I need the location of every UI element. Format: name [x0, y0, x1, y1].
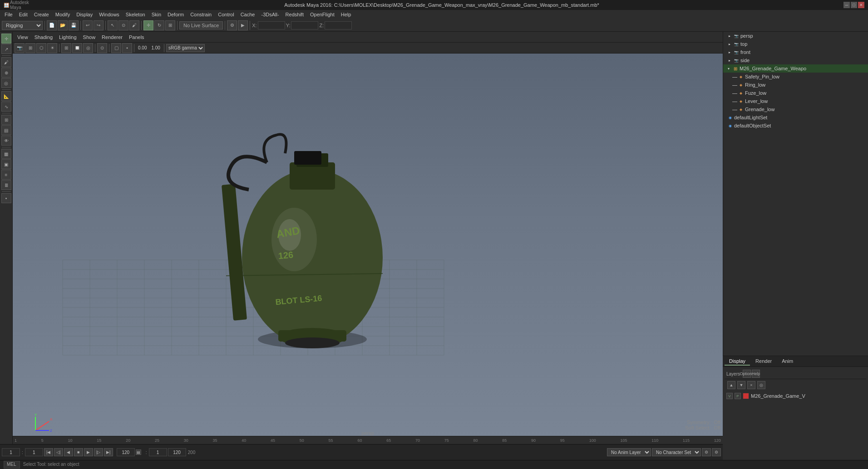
play-back-button[interactable]: ◀: [64, 448, 73, 456]
vp-menu-lighting[interactable]: Lighting: [56, 34, 79, 41]
tree-expand-persp[interactable]: ▸: [727, 33, 732, 39]
select-tool-button[interactable]: ↖: [108, 20, 118, 30]
layer-up-button[interactable]: ▲: [727, 381, 735, 389]
vp-menu-renderer[interactable]: Renderer: [99, 34, 125, 41]
tab-render[interactable]: Render: [751, 357, 776, 366]
char-set-dropdown[interactable]: No Character Set: [652, 448, 701, 456]
z-input[interactable]: [325, 21, 352, 29]
playback-start-input[interactable]: [149, 448, 167, 456]
close-button[interactable]: ✕: [858, 2, 864, 8]
layer-visibility-check[interactable]: V: [726, 393, 733, 399]
vp-menu-panels[interactable]: Panels: [126, 34, 147, 41]
menu-create[interactable]: Create: [31, 11, 52, 18]
new-scene-button[interactable]: 📄: [47, 20, 57, 30]
layer-options-button[interactable]: ◎: [757, 381, 765, 389]
menu-cache[interactable]: Cache: [238, 11, 258, 18]
vp-light-btn[interactable]: ☀: [47, 43, 57, 53]
menu-openflight[interactable]: OpenFlight: [307, 11, 337, 18]
vp-camera-btn[interactable]: 📷: [15, 43, 25, 53]
layer-button[interactable]: ▤: [1, 125, 11, 135]
skip-to-end-button[interactable]: ▶|: [104, 448, 113, 456]
current-frame-input[interactable]: [2, 448, 20, 456]
vp-menu-view[interactable]: View: [15, 34, 31, 41]
vp-res1-btn[interactable]: ▢: [111, 43, 121, 53]
layer-playback-check[interactable]: P: [735, 393, 741, 399]
vp-grid-btn[interactable]: ⊞: [61, 43, 71, 53]
prop2-button[interactable]: ▣: [1, 159, 11, 169]
menu-constrain[interactable]: Constrain: [187, 11, 214, 18]
layers-help-button[interactable]: Help: [752, 370, 760, 378]
rotate-tool-button[interactable]: ↻: [154, 20, 164, 30]
tree-item-fuze[interactable]: — ◈ Fuze_low: [723, 89, 868, 97]
menu-modify[interactable]: Modify: [53, 11, 73, 18]
render-button[interactable]: ▶: [238, 20, 248, 30]
layer-delete-button[interactable]: ×: [747, 381, 755, 389]
playback-end-input[interactable]: [168, 448, 186, 456]
tree-item-side[interactable]: ▸ 📷 side: [723, 56, 868, 64]
anim-settings-button[interactable]: ⚙: [702, 448, 711, 456]
undo-button[interactable]: ↩: [83, 20, 93, 30]
paint2-button[interactable]: ◎: [1, 78, 11, 88]
vp-res2-btn[interactable]: ▪: [122, 43, 132, 53]
save-scene-button[interactable]: 💾: [69, 20, 79, 30]
misc-button[interactable]: •: [1, 193, 11, 203]
vp-snap-btn[interactable]: 🔲: [72, 43, 82, 53]
minimize-button[interactable]: ─: [843, 2, 850, 8]
play-fwd-button[interactable]: ▶: [84, 448, 93, 456]
menu-deform[interactable]: Deform: [165, 11, 187, 18]
module-dropdown[interactable]: Rigging: [2, 21, 43, 30]
menu-file[interactable]: File: [2, 11, 15, 18]
layer-item-m26[interactable]: V P M26_Grenade_Game_V: [725, 391, 866, 401]
mel-label[interactable]: MEL: [4, 461, 20, 469]
curve-button[interactable]: ∿: [1, 102, 11, 112]
step-fwd-button[interactable]: |▷: [94, 448, 103, 456]
char-settings-button[interactable]: ⚙: [712, 448, 721, 456]
brush-tool-button[interactable]: 🖌: [1, 57, 11, 67]
tree-item-persp[interactable]: ▸ 📷 persp: [723, 32, 868, 40]
anim-layer-dropdown[interactable]: No Anim Layer: [607, 448, 651, 456]
gamma-dropdown[interactable]: sRGB gamma: [166, 44, 205, 52]
tree-item-objectset[interactable]: ◉ defaultObjectSet: [723, 122, 868, 130]
paint-select-button[interactable]: 🖌: [129, 20, 139, 30]
vp-menu-show[interactable]: Show: [80, 34, 99, 41]
move-tool-button[interactable]: ✛: [143, 20, 153, 30]
tree-item-top[interactable]: ▸ 📷 top: [723, 40, 868, 48]
menu-3dsall[interactable]: -3DsAll-: [258, 11, 281, 18]
tree-item-m26-group[interactable]: ▾ ⊞ M26_Grenade_Game_Weapo: [723, 64, 868, 73]
tree-expand-top[interactable]: ▸: [727, 41, 732, 47]
menu-redshift[interactable]: Redshift: [283, 11, 306, 18]
no-live-surface-button[interactable]: No Live Surface: [179, 21, 223, 29]
vp-shaded-btn[interactable]: ⬡: [36, 43, 46, 53]
vp-menu-shading[interactable]: Shading: [32, 34, 55, 41]
render-settings-button[interactable]: ⚙: [227, 20, 237, 30]
menu-windows[interactable]: Windows: [96, 11, 122, 18]
grid-button[interactable]: ⊞: [1, 115, 11, 125]
tree-expand-side[interactable]: ▸: [727, 58, 732, 63]
y-input[interactable]: [291, 21, 318, 29]
tree-item-front[interactable]: ▸ 📷 front: [723, 48, 868, 56]
prop1-button[interactable]: ▦: [1, 149, 11, 159]
tree-expand-m26[interactable]: ▾: [726, 66, 731, 71]
menu-skeleton[interactable]: Skeleton: [123, 11, 148, 18]
measure-button[interactable]: 📐: [1, 91, 11, 101]
tree-expand-front[interactable]: ▸: [727, 49, 732, 55]
menu-help[interactable]: Help: [338, 11, 354, 18]
end-frame-input[interactable]: [117, 448, 135, 456]
paint-button[interactable]: ↗: [1, 44, 11, 54]
tab-display[interactable]: Display: [725, 357, 750, 366]
tree-item-lightset[interactable]: ◉ defaultLightSet: [723, 113, 868, 122]
viewport-content[interactable]: AND 126 BLOT LS-16 persp Symmetry: Off S…: [13, 54, 723, 444]
open-scene-button[interactable]: 📂: [58, 20, 68, 30]
menu-control[interactable]: Control: [215, 11, 237, 18]
start-frame-input[interactable]: [25, 448, 43, 456]
redo-button[interactable]: ↪: [94, 20, 104, 30]
prop3-button[interactable]: ≡: [1, 170, 11, 180]
scale-tool-button[interactable]: ⊞: [165, 20, 175, 30]
tree-item-safetypin[interactable]: — ◈ Safety_Pin_low: [723, 73, 868, 81]
prop4-button[interactable]: ≣: [1, 180, 11, 190]
layer-down-button[interactable]: ▼: [737, 381, 745, 389]
maximize-button[interactable]: □: [851, 2, 857, 8]
loop-indicator[interactable]: ▤: [136, 449, 141, 455]
skip-to-start-button[interactable]: |◀: [44, 448, 53, 456]
lasso-tool-button[interactable]: ⊙: [118, 20, 128, 30]
